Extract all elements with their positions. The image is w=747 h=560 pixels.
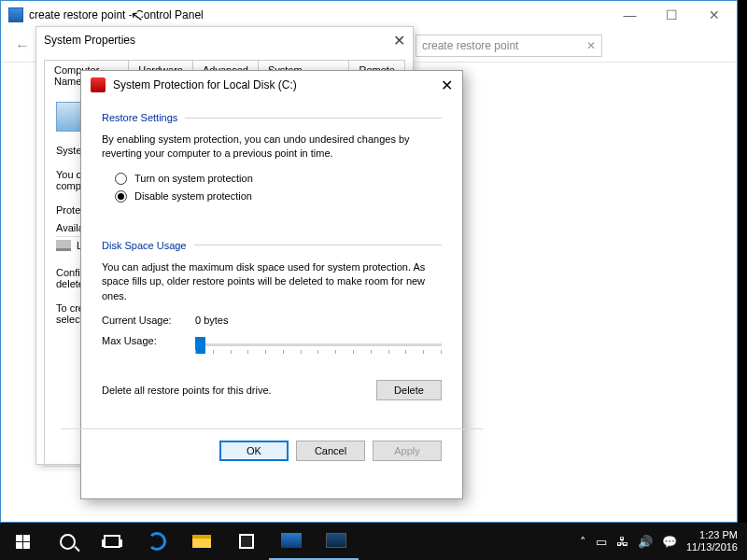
ok-button[interactable]: OK: [219, 441, 289, 461]
clock-date: 11/13/2016: [686, 541, 738, 553]
task-view-button[interactable]: [90, 523, 134, 560]
system-protection-dialog: System Protection for Local Disk (C:) ✕ …: [80, 70, 463, 499]
search-text: create restore point: [422, 39, 518, 52]
shield-icon: [91, 77, 106, 92]
battery-icon[interactable]: ▭: [596, 535, 607, 549]
search-input[interactable]: create restore point ✕: [416, 35, 602, 57]
file-explorer-button[interactable]: [179, 523, 224, 560]
dlg-title: System Protection for Local Disk (C:): [113, 78, 297, 91]
clock-time: 1:23 PM: [686, 529, 738, 541]
cp-titlebar[interactable]: create restore point - Control Panel — ☐…: [1, 1, 737, 29]
control-panel-icon: [8, 7, 23, 22]
notifications-icon[interactable]: 💬: [662, 535, 677, 549]
radio-label: Turn on system protection: [134, 173, 253, 184]
taskbar: ˄ ▭ 🖧 🔊 💬 1:23 PM 11/13/2016: [0, 523, 747, 560]
current-usage-label: Current Usage:: [102, 315, 195, 326]
minimize-button[interactable]: —: [609, 2, 651, 28]
radio-icon: [115, 190, 127, 203]
maximize-button[interactable]: ☐: [651, 2, 693, 28]
cp-title: create restore point - Control Panel: [29, 8, 204, 21]
max-usage-label: Max Usage:: [102, 335, 195, 346]
delete-button[interactable]: Delete: [376, 380, 442, 400]
dlg-titlebar[interactable]: System Protection for Local Disk (C:) ✕: [81, 71, 462, 99]
clear-search-icon[interactable]: ✕: [586, 39, 596, 52]
max-usage-slider[interactable]: [195, 335, 442, 357]
divider: [185, 118, 442, 119]
restore-desc: By enabling system protection, you can u…: [102, 133, 442, 161]
system-taskbar-button[interactable]: [314, 523, 359, 560]
sp-title: System Properties: [44, 34, 135, 47]
system-tray: ˄ ▭ 🖧 🔊 💬 1:23 PM 11/13/2016: [580, 529, 747, 553]
radio-icon: [115, 173, 127, 185]
current-usage-value: 0 bytes: [195, 315, 228, 326]
radio-turn-on[interactable]: Turn on system protection: [115, 173, 442, 185]
restore-settings-heading: Restore Settings: [102, 112, 177, 123]
clock[interactable]: 1:23 PM 11/13/2016: [686, 529, 738, 553]
cancel-button[interactable]: Cancel: [296, 441, 365, 461]
delete-desc: Delete all restore points for this drive…: [102, 385, 376, 396]
close-button[interactable]: ✕: [693, 2, 735, 28]
cortana-search-button[interactable]: [45, 523, 90, 560]
close-button[interactable]: ✕: [441, 77, 453, 94]
network-icon[interactable]: 🖧: [616, 535, 628, 549]
sp-titlebar[interactable]: System Properties ✕: [36, 27, 413, 53]
disk-desc: You can adjust the maximum disk space us…: [102, 260, 442, 303]
disk-usage-heading: Disk Space Usage: [102, 240, 187, 251]
tray-chevron-icon[interactable]: ˄: [580, 535, 586, 549]
radio-label: Disable system protection: [134, 190, 252, 202]
start-button[interactable]: [0, 523, 45, 560]
close-button[interactable]: ✕: [393, 32, 405, 49]
drive-icon: [56, 240, 71, 251]
divider: [194, 245, 443, 245]
back-button[interactable]: ←: [10, 34, 35, 58]
radio-disable[interactable]: Disable system protection: [115, 190, 442, 203]
store-button[interactable]: [224, 523, 269, 560]
volume-icon[interactable]: 🔊: [638, 535, 653, 549]
edge-button[interactable]: [134, 523, 179, 560]
apply-button: Apply: [373, 441, 442, 461]
control-panel-taskbar-button[interactable]: [269, 523, 314, 560]
